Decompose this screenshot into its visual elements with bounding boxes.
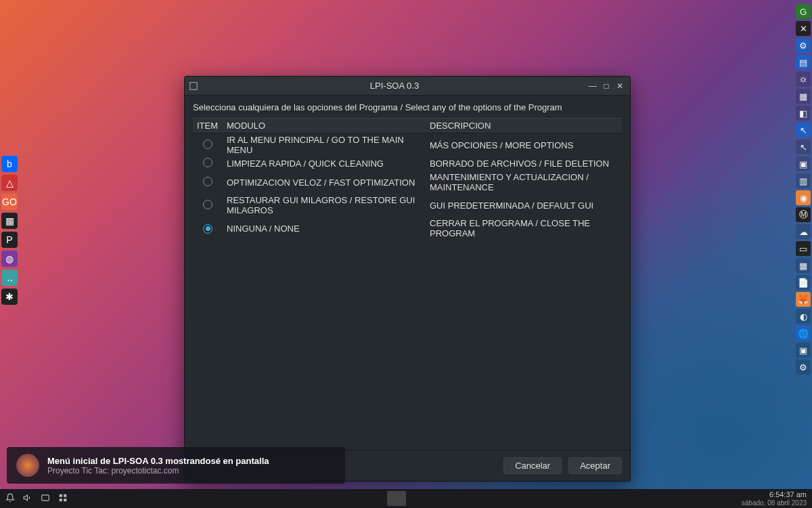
dock-app-icon[interactable]: b [1, 156, 18, 172]
close-button[interactable]: ✕ [614, 80, 626, 92]
tray-icon[interactable]: G [796, 4, 811, 19]
tray-icon[interactable]: ⛭ [796, 72, 811, 87]
tray-icon[interactable]: ▦ [796, 258, 811, 273]
svg-rect-4 [64, 494, 66, 497]
window-title: LPI-SOA 0.3 [202, 81, 587, 91]
notifications-icon[interactable] [5, 493, 15, 504]
volume-icon[interactable] [23, 493, 32, 504]
titlebar[interactable]: LPI-SOA 0.3 — □ ✕ [185, 77, 630, 96]
option-row[interactable]: LIMPIEZA RAPIDA / QUICK CLEANINGBORRADO … [193, 156, 622, 171]
minimize-button[interactable]: — [587, 80, 599, 92]
cancel-button[interactable]: Cancelar [503, 457, 562, 474]
accept-button[interactable]: Aceptar [568, 457, 622, 474]
tray-icon[interactable]: 🌐 [796, 326, 811, 341]
workspace-icon[interactable] [41, 493, 50, 504]
col-header-descripcion[interactable]: DESCRIPCION [426, 119, 622, 133]
option-row[interactable]: RESTAURAR GUI MILAGROS / RESTORE GUI MIL… [193, 194, 622, 217]
tray-icon[interactable]: 🦊 [796, 292, 811, 307]
tray-icon[interactable]: ◐ [796, 309, 811, 324]
dock-app-icon[interactable]: GO [1, 194, 18, 210]
svg-rect-0 [190, 82, 198, 89]
option-modulo: RESTAURAR GUI MILAGROS / RESTORE GUI MIL… [223, 194, 426, 217]
dock-app-icon[interactable]: ‥ [1, 270, 18, 286]
toast-subtitle: Proyecto Tic Tac: proyectotictac.com [47, 466, 269, 475]
option-descripcion: BORRADO DE ARCHIVOS / FILE DELETION [426, 156, 622, 171]
tray-icon[interactable]: ↖ [796, 123, 811, 137]
option-row[interactable]: OPTIMIZACION VELOZ / FAST OPTIMIZATIONMA… [193, 171, 622, 194]
taskbar-app-item[interactable] [387, 491, 406, 506]
dock-app-icon[interactable]: ◍ [1, 251, 18, 267]
notification-toast[interactable]: Menú inicial de LPI-SOA 0.3 mostrandosé … [7, 447, 345, 484]
col-header-item[interactable]: ITEM [193, 119, 223, 133]
app-icon [189, 81, 198, 91]
tray-icon[interactable]: Ⓜ [796, 207, 811, 222]
tray-icon[interactable]: ↖ [796, 140, 811, 154]
dock-app-icon[interactable]: △ [1, 175, 18, 191]
tray-icon[interactable]: ▭ [796, 241, 811, 256]
tray-icon[interactable]: ⚙ [796, 38, 811, 53]
maximize-button[interactable]: □ [600, 80, 612, 92]
right-tray: G✕⚙▤⛭▦◧↖↖▣▥◉Ⓜ☁▭▦📄🦊◐🌐▣⚙ [796, 4, 811, 375]
bottom-panel: 6:54:37 am sábado, 08 abril 2023 [0, 489, 812, 508]
radio-option[interactable] [203, 224, 212, 234]
radio-option[interactable] [203, 177, 212, 186]
dialog-window: LPI-SOA 0.3 — □ ✕ Selecciona cualquiera … [184, 76, 631, 482]
tray-icon[interactable]: ⚙ [796, 360, 811, 375]
tray-icon[interactable]: ▦ [796, 89, 811, 104]
svg-marker-1 [24, 495, 27, 501]
option-row[interactable]: IR AL MENU PRINCIPAL / GO TO THE MAIN ME… [193, 133, 622, 157]
tray-icon[interactable]: ✕ [796, 21, 811, 36]
tray-icon[interactable]: ☁ [796, 224, 811, 239]
tray-icon[interactable]: ▥ [796, 173, 811, 188]
option-descripcion: CERRAR EL PROGRAMA / CLOSE THE PROGRAM [426, 217, 622, 240]
dock-app-icon[interactable]: ▦ [1, 213, 18, 229]
option-descripcion: GUI PREDETERMINADA / DEFAULT GUI [426, 194, 622, 217]
svg-rect-2 [42, 495, 49, 501]
tray-icon[interactable]: ▣ [796, 156, 811, 171]
svg-rect-6 [64, 499, 66, 501]
clock[interactable]: 6:54:37 am sábado, 08 abril 2023 [742, 490, 807, 506]
dock-app-icon[interactable]: ✱ [1, 289, 18, 305]
tray-icon[interactable]: 📄 [796, 275, 811, 290]
option-modulo: OPTIMIZACION VELOZ / FAST OPTIMIZATION [223, 171, 426, 194]
option-modulo: IR AL MENU PRINCIPAL / GO TO THE MAIN ME… [223, 133, 426, 157]
tray-icon[interactable]: ◉ [796, 190, 811, 205]
toast-app-icon [16, 454, 39, 477]
option-descripcion: MÁS OPCIONES / MORE OPTIONS [426, 133, 622, 157]
option-modulo: NINGUNA / NONE [223, 217, 426, 240]
toast-title: Menú inicial de LPI-SOA 0.3 mostrandosé … [47, 456, 269, 466]
tray-icon[interactable]: ▤ [796, 55, 811, 70]
radio-option[interactable] [203, 140, 212, 149]
apps-icon[interactable] [58, 493, 68, 504]
option-row[interactable]: NINGUNA / NONECERRAR EL PROGRAMA / CLOSE… [193, 217, 622, 240]
option-modulo: LIMPIEZA RAPIDA / QUICK CLEANING [223, 156, 426, 171]
radio-option[interactable] [203, 158, 212, 167]
tray-icon[interactable]: ▣ [796, 343, 811, 358]
radio-option[interactable] [203, 200, 212, 209]
dock-app-icon[interactable]: P [1, 232, 18, 248]
options-table: ITEM MODULO DESCRIPCION IR AL MENU PRINC… [193, 118, 622, 240]
svg-rect-3 [60, 494, 62, 497]
tray-icon[interactable]: ◧ [796, 106, 811, 121]
svg-rect-5 [60, 499, 62, 501]
left-dock: b△GO▦P◍‥✱ [1, 156, 18, 305]
dialog-instruction: Selecciona cualquiera de las opciones de… [193, 102, 622, 112]
option-descripcion: MANTENIMIENTO Y ACTUALIZACION / MAINTENA… [426, 171, 622, 194]
col-header-modulo[interactable]: MODULO [223, 119, 426, 133]
